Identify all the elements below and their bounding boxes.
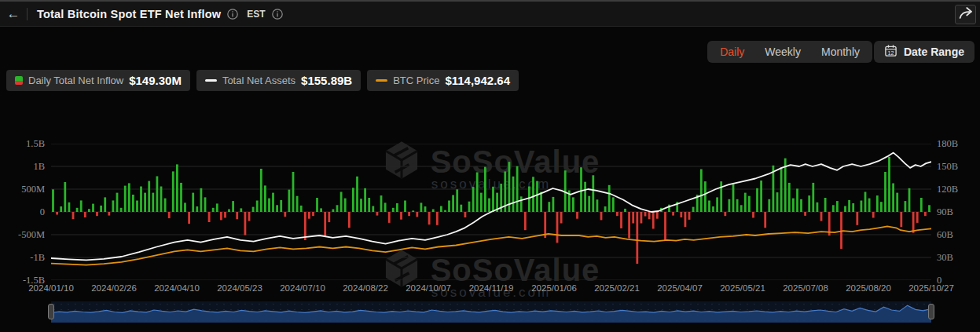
x-axis-label: 2025/04/07 [657,283,703,293]
period-daily[interactable]: Daily [720,46,744,58]
legend-value: $114,942.64 [445,74,510,87]
timezone-info-icon[interactable] [271,8,284,20]
title-info-icon[interactable] [226,8,239,20]
legend-item-net-inflow[interactable]: Daily Total Net Inflow $149.30M [6,70,190,91]
svg-text:12: 12 [888,49,894,56]
left-axis-label: 1B [33,161,45,173]
left-y-axis: 1.5B1B500M0-500M-1B-1.5B [0,144,45,280]
x-axis-label: 2025/05/21 [720,283,765,293]
share-button[interactable] [955,5,976,24]
right-axis-label: 60B [937,229,953,241]
right-axis-label: 180B [937,138,958,150]
legend-item-btc-price[interactable]: BTC Price $114,942.64 [367,70,519,91]
swatch-negative [15,81,23,86]
line-series-swatch-icon [376,79,387,82]
x-axis-label: 2024/05/23 [217,283,262,293]
right-axis-label: 30B [937,252,953,264]
left-axis-label: -500M [18,229,45,241]
navigator-right-handle[interactable] [928,304,934,319]
page-title: Total Bitcoin Spot ETF Net Inflow [37,8,221,20]
legend-value: $155.89B [301,74,352,87]
right-axis-label: 90B [937,206,953,218]
date-range-label: Date Range [904,46,964,58]
x-axis-label: 2025/07/08 [783,283,828,293]
x-axis-label: 2024/11/19 [469,283,514,293]
range-navigator[interactable] [51,301,931,323]
period-monthly[interactable]: Monthly [821,46,860,58]
left-axis-label: 1.5B [26,138,45,150]
right-axis-label: 120B [937,184,958,195]
line-series-swatch-icon [205,79,217,82]
period-weekly[interactable]: Weekly [765,46,801,58]
left-axis-label: 500M [21,184,45,195]
navigator-left-handle[interactable] [48,304,54,319]
x-axis-label: 2024/04/10 [154,283,200,293]
right-axis-label: 150B [937,161,958,173]
etf-dashboard: ← Total Bitcoin Spot ETF Net Inflow EST … [0,0,980,332]
x-axis-label: 2024/02/26 [91,283,137,293]
timezone-label: EST [247,9,265,20]
x-axis-label: 2025/08/20 [846,283,891,293]
legend-label: Total Net Assets [222,75,295,86]
x-axis-label: 2025/02/21 [594,283,640,293]
x-axis-label: 2024/10/07 [406,283,451,293]
legend-label: BTC Price [393,75,439,86]
chart-canvas[interactable] [51,144,931,280]
x-axis-label: 2024/08/22 [343,283,388,293]
x-axis-label: 2024/01/10 [28,283,74,293]
period-selector: Daily Weekly Monthly [707,41,872,63]
legend-label: Daily Total Net Inflow [28,75,123,86]
bar-series-swatch-icon [15,76,23,85]
top-bar: ← Total Bitcoin Spot ETF Net Inflow EST [0,0,980,27]
left-axis-label: -1B [30,252,45,264]
calendar-icon: 12 [884,44,897,60]
navigator-area-chart [51,301,931,323]
legend-item-net-assets[interactable]: Total Net Assets $155.89B [196,70,361,91]
share-icon [958,6,973,23]
chart-legend: Daily Total Net Inflow $149.30M Total Ne… [6,70,519,91]
date-range-button[interactable]: 12 Date Range [874,41,974,63]
left-axis-label: 0 [40,206,45,218]
x-axis-label: 2025/10/27 [908,283,954,293]
divider [27,8,28,20]
x-axis: 2024/01/102024/02/262024/04/102024/05/23… [51,283,931,296]
x-axis-label: 2024/07/10 [280,283,325,293]
x-axis-label: 2025/01/06 [531,283,577,293]
back-button[interactable]: ← [0,6,27,22]
right-y-axis: 180B150B120B90B60B30B0 [937,144,978,280]
legend-value: $149.30M [129,74,182,87]
